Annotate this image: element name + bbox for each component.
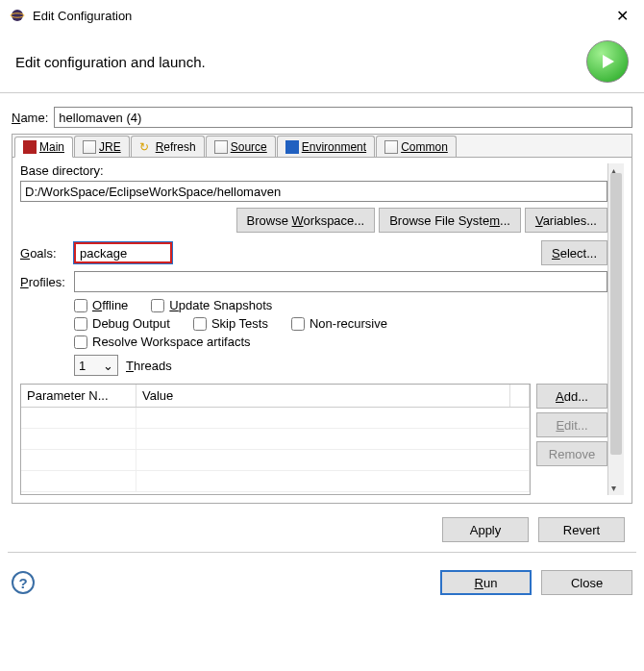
threads-value: 1 [79,359,86,373]
common-icon [384,140,398,154]
add-button[interactable]: Add... [536,384,607,409]
close-icon[interactable]: ✕ [610,7,634,25]
remove-button: Remove [536,441,607,466]
edit-button: Edit... [536,412,607,437]
source-icon [214,140,228,154]
tab-bar: Main JRE ↻Refresh Source Environment Com… [12,135,632,158]
table-row[interactable] [21,450,530,471]
threads-label: Threads [126,359,172,373]
tab-refresh[interactable]: ↻Refresh [131,136,205,157]
run-large-icon [586,40,629,83]
tab-common[interactable]: Common [376,136,457,157]
debug-output-checkbox[interactable] [74,317,87,331]
header-text: Edit configuration and launch. [15,54,586,70]
apply-button[interactable]: Apply [442,517,529,542]
eclipse-icon [10,8,25,23]
skip-tests-checkbox[interactable] [193,317,207,331]
browse-workspace-button[interactable]: Browse Workspace... [236,208,376,233]
vertical-scrollbar[interactable] [607,163,624,495]
resolve-workspace-checkbox[interactable] [74,336,87,349]
non-recursive-checkbox[interactable] [291,317,305,331]
threads-select[interactable]: 1 ⌄ [74,355,118,376]
variables-button[interactable]: Variables... [525,208,607,233]
tab-jre[interactable]: JRE [74,136,130,157]
name-label: Name: [12,111,48,125]
skip-tests-label: Skip Tests [211,316,268,331]
profiles-label: Profiles: [20,275,74,289]
chevron-down-icon: ⌄ [103,359,113,373]
table-row[interactable] [21,429,530,450]
table-header-value[interactable]: Value [136,385,510,407]
tab-main[interactable]: Main [14,137,73,158]
base-directory-input[interactable] [20,181,607,202]
svg-marker-2 [603,55,614,68]
table-row[interactable] [21,471,530,492]
run-button[interactable]: Run [440,570,532,595]
environment-icon [285,140,299,154]
update-snapshots-label: Update Snapshots [169,298,272,312]
offline-label: Offline [92,298,128,312]
svg-point-0 [12,10,23,21]
update-snapshots-checkbox[interactable] [151,299,164,312]
select-button[interactable]: Select... [541,240,607,265]
resolve-workspace-label: Resolve Workspace artifacts [92,335,251,349]
base-directory-label: Base directory: [20,163,607,178]
goals-label: Goals: [20,246,74,261]
maven-icon [23,140,37,154]
tab-environment[interactable]: Environment [277,136,375,157]
goals-input[interactable] [74,242,172,263]
name-input[interactable] [54,107,632,128]
debug-output-label: Debug Output [92,316,170,331]
table-header-parameter[interactable]: Parameter N... [21,385,136,407]
help-icon[interactable]: ? [12,571,35,594]
offline-checkbox[interactable] [74,299,87,312]
browse-filesystem-button[interactable]: Browse File System... [379,208,521,233]
jre-icon [83,140,96,154]
non-recursive-label: Non-recursive [310,316,387,331]
revert-button[interactable]: Revert [538,517,625,542]
close-button[interactable]: Close [541,570,632,595]
table-row[interactable] [21,408,530,429]
scroll-thumb[interactable] [610,173,622,455]
profiles-input[interactable] [74,271,607,292]
tab-source[interactable]: Source [206,136,276,157]
parameters-table[interactable]: Parameter N... Value [20,384,531,495]
refresh-icon: ↻ [139,140,153,154]
window-title: Edit Configuration [33,9,610,23]
